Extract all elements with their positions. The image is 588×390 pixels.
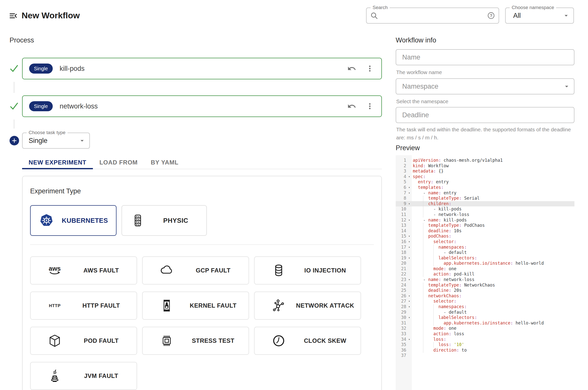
fold-arrow-icon[interactable]: ▾ (407, 245, 412, 250)
workflow-info-sidebar: Workflow info Name The workflow name Nam… (396, 0, 574, 390)
line-number[interactable]: 8 (396, 196, 406, 201)
line-number[interactable]: 20 (396, 261, 406, 266)
fold-arrow-icon[interactable]: ▾ (407, 201, 412, 207)
line-number[interactable]: 4 (396, 174, 406, 180)
undo-task-button[interactable] (347, 64, 357, 74)
line-number[interactable]: 14 (396, 228, 406, 234)
fold-arrow-icon[interactable]: ▾ (407, 299, 412, 304)
line-number[interactable]: 29 (396, 310, 406, 315)
line-number[interactable]: 6 (396, 185, 406, 190)
line-number[interactable]: 13 (396, 223, 406, 228)
fold-arrow-icon[interactable]: ▾ (407, 174, 412, 180)
line-number[interactable]: 37 (396, 353, 406, 358)
fold-arrow-icon[interactable]: ▾ (407, 337, 412, 342)
line-number[interactable]: 19 (396, 255, 406, 261)
divider (30, 244, 374, 245)
fold-arrow-icon[interactable]: ▾ (407, 304, 412, 310)
line-number[interactable]: 27 (396, 299, 406, 304)
task-card[interactable]: Single network-loss (22, 95, 382, 117)
fault-card-io[interactable]: IO INJECTION (254, 256, 361, 285)
fold-arrow-icon[interactable]: ▾ (407, 315, 412, 320)
fold-arrow-icon[interactable]: ▾ (407, 293, 412, 299)
code-line: 32 mode: one (396, 326, 574, 331)
fold-arrow-icon[interactable]: ▾ (407, 239, 412, 245)
line-number[interactable]: 12 (396, 217, 406, 223)
line-number[interactable]: 32 (396, 326, 406, 331)
fold-arrow-icon[interactable]: ▾ (407, 255, 412, 261)
line-number[interactable]: 24 (396, 283, 406, 288)
tab-new-experiment[interactable]: NEW EXPERIMENT (22, 156, 93, 169)
line-number[interactable]: 17 (396, 245, 406, 250)
fold-arrow-icon[interactable]: ▾ (407, 190, 412, 196)
line-number[interactable]: 15 (396, 234, 406, 239)
tab-label: NEW EXPERIMENT (29, 159, 86, 166)
tab-by-yaml[interactable]: BY YAML (144, 156, 185, 169)
fault-card-pod[interactable]: POD FAULT (30, 327, 137, 355)
io-icon (271, 263, 286, 278)
workflow-deadline-field[interactable]: Deadline (396, 107, 574, 123)
fault-card-stress[interactable]: STRESS TEST (142, 327, 249, 355)
fault-card-aws[interactable]: AWS FAULT (30, 256, 137, 285)
fault-card-jvm[interactable]: JVM FAULT (30, 362, 137, 390)
fold-arrow-icon[interactable]: ▾ (407, 217, 412, 223)
menu-open-icon (9, 11, 19, 21)
line-number[interactable]: 10 (396, 206, 406, 212)
fold-arrow-icon[interactable]: ▾ (407, 277, 412, 283)
plus-icon (12, 138, 17, 143)
line-number[interactable]: 7 (396, 190, 406, 196)
line-number[interactable]: 28 (396, 304, 406, 310)
code-text: - default (412, 250, 574, 255)
task-type-select[interactable]: Choose task type Single (22, 133, 90, 149)
fold-arrow-icon[interactable]: ▾ (407, 234, 412, 239)
line-number[interactable]: 16 (396, 239, 406, 245)
line-number[interactable]: 33 (396, 331, 406, 337)
task-row: Single kill-pods (10, 58, 382, 79)
line-number[interactable]: 18 (396, 250, 406, 255)
line-number[interactable]: 11 (396, 212, 406, 217)
yaml-preview-editor[interactable]: 1 apiVersion: chaos-mesh.org/v1alpha1 2 … (396, 155, 574, 390)
line-number[interactable]: 5 (396, 179, 406, 185)
task-type-chip: Single (29, 64, 53, 74)
page-title: New Workflow (22, 11, 80, 20)
task-connector-line (10, 117, 382, 131)
undo-task-button[interactable] (347, 101, 357, 111)
task-menu-button[interactable] (365, 64, 375, 74)
code-text: selector: (412, 239, 574, 245)
line-number[interactable]: 35 (396, 342, 406, 348)
line-number[interactable]: 22 (396, 271, 406, 277)
line-number[interactable]: 23 (396, 277, 406, 283)
task-menu-button[interactable] (365, 101, 375, 111)
workflow-name-field[interactable]: Name (396, 49, 574, 65)
code-text: spec: (412, 174, 574, 180)
fault-kind-label: POD FAULT (66, 337, 137, 344)
fault-card-kernel[interactable]: KERNEL FAULT (142, 292, 249, 320)
line-number[interactable]: 26 (396, 293, 406, 299)
chevron-down-icon (78, 137, 86, 144)
line-number[interactable]: 25 (396, 288, 406, 293)
line-number[interactable]: 9 (396, 201, 406, 207)
line-number[interactable]: 30 (396, 315, 406, 320)
code-text: deadline: 20s (412, 288, 574, 293)
line-number[interactable]: 34 (396, 337, 406, 342)
fault-card-http[interactable]: HTTP FAULT (30, 292, 137, 320)
task-card[interactable]: Single kill-pods (22, 58, 382, 79)
line-number[interactable]: 31 (396, 320, 406, 326)
sidebar-toggle-button[interactable] (9, 11, 19, 21)
fault-card-network[interactable]: NETWORK ATTACK (254, 292, 361, 320)
fault-card-gcp[interactable]: GCP FAULT (142, 256, 249, 285)
line-number[interactable]: 2 (396, 163, 406, 169)
code-text: - default (412, 310, 574, 315)
fault-card-clock[interactable]: CLOCK SKEW (254, 327, 361, 355)
add-task-button[interactable] (10, 136, 19, 145)
code-text: app.kubernetes.io/instance: hello-world (412, 320, 574, 326)
line-number[interactable]: 3 (396, 169, 406, 174)
experiment-type-physic[interactable]: PHYSIC (122, 205, 207, 236)
line-number[interactable]: 36 (396, 348, 406, 353)
experiment-type-kubernetes[interactable]: KUBERNETES (30, 205, 116, 236)
workflow-namespace-select[interactable]: Namespace (396, 78, 574, 94)
line-number[interactable]: 1 (396, 158, 406, 163)
code-text: direction: to (412, 348, 574, 353)
fold-arrow-icon[interactable]: ▾ (407, 185, 412, 190)
line-number[interactable]: 21 (396, 266, 406, 272)
tab-load-from[interactable]: LOAD FROM (93, 156, 144, 169)
